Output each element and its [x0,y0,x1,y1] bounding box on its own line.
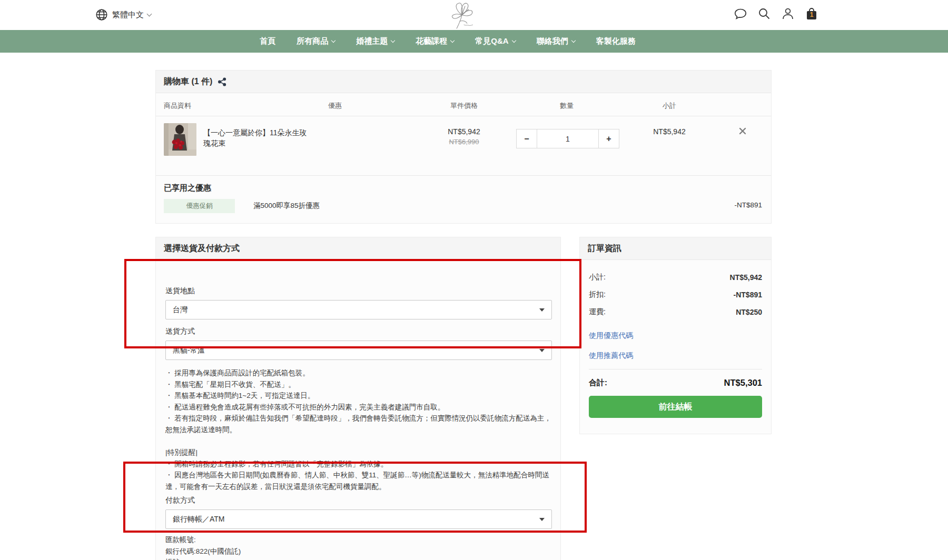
divider [589,369,762,369]
order-panel-title: 訂單資訊 [588,243,621,254]
cart-title: 購物車 (1 件) [164,76,212,87]
order-discount-row: 折扣: -NT$891 [589,286,762,303]
special-reminder-note: ・ 開箱時請務必全程錄影，若有任何問題皆以「完整錄影檔」為依據。 [165,458,552,470]
share-icon[interactable] [218,77,226,86]
cart-count-badge: 1 [805,11,818,18]
topbar: 繁體中文 [0,0,948,30]
nav-item-faq[interactable]: 常見Q&A [465,30,526,53]
nav-item-custom-service[interactable]: 客製化服務 [586,30,646,53]
quantity-increase-button[interactable]: + [599,129,619,148]
cart-panel: 購物車 (1 件) 商品資料 優惠 單件價格 數量 小計 [155,70,772,224]
dropdown-arrow-icon [539,518,545,521]
main-navbar: 首頁 所有商品 婚禮主題 花藝課程 常見Q&A 聯絡我們 客製化服務 [0,30,948,53]
delivery-payment-panel: 選擇送貨及付款方式 送貨地點 台灣 送貨方式 黑貓-常溫 ・ 採用專為保護商品而… [155,237,561,560]
order-panel-body: 小計: NT$5,942 折扣: -NT$891 運費: NT$250 使用優惠… [580,260,771,418]
dropdown-arrow-icon [539,308,545,312]
payment-method-label: 付款方式 [165,496,552,505]
applied-discount-heading: 已享用之優惠 [156,176,771,196]
promo-description: 滿5000即享85折優惠 [253,201,320,211]
brand-logo[interactable] [440,1,483,29]
order-total-value: NT$5,301 [724,378,762,388]
shipping-notes: ・ 採用專為保護商品而設計的宅配紙箱包裝。 ・ 黑貓宅配「星期日不收貨、不配送」… [165,367,552,435]
order-subtotal-value: NT$5,942 [730,273,762,282]
referral-code-link[interactable]: 使用推薦代碼 [589,351,762,361]
checkout-button[interactable]: 前往結帳 [589,396,762,418]
quantity-stepper: − + [516,129,619,148]
order-discount-value: -NT$891 [734,291,762,299]
shipping-method-select[interactable]: 黑貓-常溫 [165,341,552,360]
order-total-label: 合計: [589,378,607,388]
flower-logo-sketch [440,1,483,29]
column-subtotal: 小計 [643,101,696,111]
promo-amount: -NT$891 [734,201,762,209]
nav-label: 首頁 [260,36,275,46]
nav-label: 婚禮主題 [356,36,388,46]
nav-item-wedding-themes[interactable]: 婚禮主題 [345,30,405,53]
quantity-decrease-button[interactable]: − [517,129,537,148]
account-icon[interactable] [781,7,795,21]
original-price: NT$6,990 [432,138,496,146]
order-discount-label: 折扣: [589,290,606,299]
chevron-down-icon [511,38,516,43]
remittance-info: 匯款帳號: 銀行代碼:822(中國信託) 帳號:2675 4019 5645 戶… [165,534,552,560]
shipping-method-label: 送貨方式 [165,327,552,336]
cart-item-row: 【一心一意屬於你】11朵永生玫瑰花束 NT$5,942 NT$6,990 − +… [156,116,771,175]
column-product: 商品資料 [164,101,191,111]
delivery-panel-header: 選擇送貨及付款方式 [156,237,560,260]
column-offer: 優惠 [314,101,356,111]
dropdown-arrow-icon [539,349,545,352]
remove-item-icon[interactable] [738,127,747,135]
cart-table-header: 商品資料 優惠 單件價格 數量 小計 [156,93,771,116]
payment-method-value: 銀行轉帳／ATM [173,515,225,524]
applied-discount-row: 優惠促銷 滿5000即享85折優惠 -NT$891 [156,196,771,220]
order-shipping-label: 運費: [589,307,606,317]
product-image[interactable] [164,123,196,156]
chevron-down-icon [450,38,455,43]
column-quantity: 數量 [540,101,593,111]
globe-icon [95,8,108,22]
nav-item-contact[interactable]: 聯絡我們 [526,30,586,53]
shipping-method-value: 黑貓-常溫 [173,346,205,355]
special-reminder-note: ・ 因應台灣地區各大節日期間(如農曆春節、情人節、中秋節、雙11、聖誕節…等)物… [165,469,552,492]
topbar-icons: 1 [734,7,818,21]
order-subtotal-row: 小計: NT$5,942 [589,268,762,286]
remittance-line: 帳號:2675 4019 5645 [165,557,552,560]
chevron-down-icon [331,38,335,43]
nav-label: 客製化服務 [596,36,636,46]
cart-panel-header: 購物車 (1 件) [156,71,771,93]
destination-value: 台灣 [173,305,187,315]
order-shipping-row: 運費: NT$250 [589,303,762,321]
payment-section: 付款方式 銀行轉帳／ATM 匯款帳號: 銀行代碼:822(中國信託) 帳號:26… [165,496,552,560]
shipping-note: ・ 黑貓基本配送時間約1~2天，可指定送達日。 [165,390,552,402]
payment-method-select[interactable]: 銀行轉帳／ATM [165,509,552,529]
language-selector[interactable]: 繁體中文 [95,8,151,22]
delivery-panel-title: 選擇送貨及付款方式 [164,243,240,254]
column-unit-price: 單件價格 [432,101,496,111]
language-label: 繁體中文 [112,10,144,20]
destination-select[interactable]: 台灣 [165,300,552,319]
order-shipping-value: NT$250 [736,308,762,316]
nav-item-home[interactable]: 首頁 [249,30,286,53]
nav-item-all-products[interactable]: 所有商品 [286,30,345,53]
product-photo [164,123,196,156]
quantity-input[interactable] [537,129,599,148]
destination-label: 送貨地點 [165,286,552,296]
coupon-code-link[interactable]: 使用優惠代碼 [589,331,762,341]
nav-label: 花藝課程 [416,36,447,46]
shipping-note: ・ 黑貓宅配「星期日不收貨、不配送」。 [165,379,552,391]
remittance-line: 銀行代碼:822(中國信託) [165,546,552,557]
nav-label: 聯絡我們 [537,36,568,46]
line-subtotal: NT$5,942 [643,127,696,136]
remittance-line: 匯款帳號: [165,534,552,546]
order-total-row: 合計: NT$5,301 [589,378,762,388]
order-panel-header: 訂單資訊 [580,237,771,260]
product-name[interactable]: 【一心一意屬於你】11朵永生玫瑰花束 [203,127,309,149]
chat-icon[interactable] [734,7,747,21]
unit-price: NT$5,942 [432,127,496,136]
cart-bag-icon[interactable]: 1 [805,7,818,21]
order-subtotal-label: 小計: [589,273,606,282]
special-reminder-title: |特別提醒| [165,447,552,458]
nav-item-floral-courses[interactable]: 花藝課程 [405,30,465,53]
search-icon[interactable] [757,7,771,21]
shipping-note: ・ 採用專為保護商品而設計的宅配紙箱包裝。 [165,367,552,379]
